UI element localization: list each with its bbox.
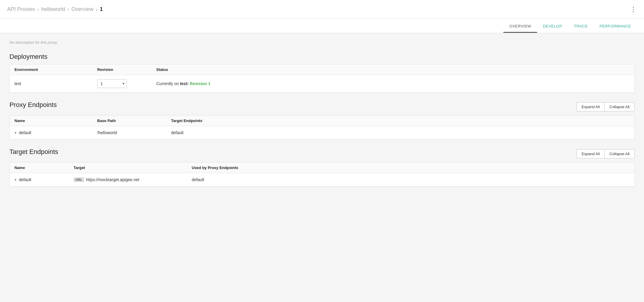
no-description-text: No description for this proxy. — [9, 40, 635, 45]
url-badge: URL — [74, 177, 84, 182]
target-col-used-by: Used by Proxy Endpoints — [192, 165, 630, 170]
deployments-col-revision: Revision — [97, 67, 156, 72]
deployment-environment-value: test — [14, 81, 97, 86]
tab-overview[interactable]: OVERVIEW — [503, 20, 537, 33]
deployments-col-environment: Environment — [14, 67, 97, 72]
deployment-status-value: Currently on test: Revision 1 — [156, 81, 630, 86]
deployments-header-row: Environment Revision Status — [10, 64, 634, 75]
breadcrumb-overview[interactable]: Overview — [71, 6, 94, 12]
target-endpoints-section-title: Target Endpoints — [9, 148, 58, 156]
target-endpoints-expand-all-button[interactable]: Expand All — [577, 149, 605, 158]
revision-select-input[interactable]: 1 2 3 — [97, 79, 127, 88]
proxy-endpoints-table: Name Base Path Target Endpoints ► defaul… — [9, 115, 635, 140]
tab-bar: OVERVIEW DEVELOP TRACE PERFORMANCE — [0, 19, 644, 33]
proxy-endpoints-section-title: Proxy Endpoints — [9, 101, 57, 109]
target-endpoint-name-value: default — [19, 177, 31, 182]
proxy-endpoint-target-endpoints-value: default — [171, 130, 630, 135]
target-endpoints-header-row: Name Target Used by Proxy Endpoints — [10, 163, 634, 173]
target-endpoint-name-cell: ► default — [14, 177, 74, 182]
deployments-table: Environment Revision Status test 1 2 3 C… — [9, 64, 635, 93]
proxy-endpoints-title-row: Proxy Endpoints Expand All Collapse All — [9, 101, 635, 112]
breadcrumb-api-proxies[interactable]: API Proxies — [7, 6, 35, 12]
proxy-endpoint-base-path-value: /helloworld — [97, 130, 171, 135]
target-endpoint-used-by-value: default — [192, 177, 630, 182]
breadcrumb-revision: 1 — [100, 6, 103, 12]
breadcrumb: API Proxies › helloworld › Overview › 1 — [7, 6, 103, 12]
target-endpoints-section: Target Endpoints Expand All Collapse All… — [9, 148, 635, 187]
more-options-icon[interactable]: ⋮ — [630, 6, 637, 13]
status-env-bold: test: — [180, 81, 189, 86]
proxy-endpoints-header-row: Name Base Path Target Endpoints — [10, 116, 634, 126]
deployments-col-status: Status — [156, 67, 630, 72]
proxy-endpoints-collapse-all-button[interactable]: Collapse All — [605, 102, 635, 111]
proxy-endpoints-expand-all-button[interactable]: Expand All — [577, 102, 605, 111]
tab-performance[interactable]: PERFORMANCE — [593, 20, 637, 33]
breadcrumb-sep-1: › — [37, 7, 39, 12]
target-endpoint-url-value: https://mocktarget.apigee.net — [86, 177, 139, 182]
deployments-row: test 1 2 3 Currently on test: Revision 1 — [10, 75, 634, 92]
top-bar: API Proxies › helloworld › Overview › 1 … — [0, 0, 644, 19]
proxy-endpoints-expand-collapse-btns: Expand All Collapse All — [577, 102, 635, 111]
status-revision-link: Revision 1 — [190, 81, 211, 86]
proxy-col-base-path: Base Path — [97, 118, 171, 123]
proxy-endpoints-row: ► default /helloworld default — [10, 126, 634, 139]
proxy-col-target-endpoints: Target Endpoints — [171, 118, 630, 123]
proxy-endpoint-name-cell: ► default — [14, 130, 97, 135]
target-endpoints-collapse-all-button[interactable]: Collapse All — [605, 149, 635, 158]
proxy-endpoints-section: Proxy Endpoints Expand All Collapse All … — [9, 101, 635, 140]
target-endpoints-title-row: Target Endpoints Expand All Collapse All — [9, 148, 635, 159]
deployment-revision-cell: 1 2 3 — [97, 79, 156, 88]
proxy-col-name: Name — [14, 118, 97, 123]
target-endpoints-row: ► default URL https://mocktarget.apigee.… — [10, 173, 634, 186]
proxy-endpoint-name-value: default — [19, 130, 31, 135]
tab-develop[interactable]: DEVELOP — [537, 20, 568, 33]
revision-select-wrapper[interactable]: 1 2 3 — [97, 79, 127, 88]
tab-trace[interactable]: TRACE — [568, 20, 594, 33]
main-content: No description for this proxy. Deploymen… — [0, 33, 644, 302]
target-expand-triangle-icon[interactable]: ► — [14, 178, 17, 181]
breadcrumb-sep-2: › — [67, 7, 69, 12]
deployments-section-title: Deployments — [9, 53, 635, 61]
target-endpoint-target-cell: URL https://mocktarget.apigee.net — [74, 177, 192, 182]
breadcrumb-sep-3: › — [96, 7, 97, 12]
target-endpoints-expand-collapse-btns: Expand All Collapse All — [577, 149, 635, 158]
target-col-target: Target — [74, 165, 192, 170]
target-col-name: Name — [14, 165, 74, 170]
breadcrumb-helloworld[interactable]: helloworld — [41, 6, 65, 12]
target-endpoints-table: Name Target Used by Proxy Endpoints ► de… — [9, 162, 635, 187]
expand-triangle-icon[interactable]: ► — [14, 131, 17, 134]
